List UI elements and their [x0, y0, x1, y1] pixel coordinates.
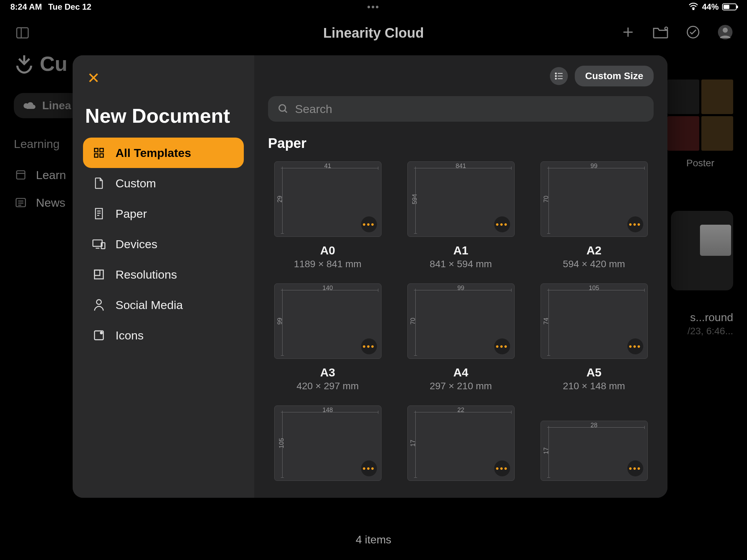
template-name: A5	[587, 366, 601, 379]
template-grid: 41 29 ••• A0 1189 × 841 mm 841 594 ••• A…	[268, 161, 654, 481]
template-dim: 1189 × 841 mm	[294, 259, 361, 270]
list-view-button[interactable]	[550, 67, 568, 85]
bg-poster-caption: Poster	[667, 158, 733, 169]
battery-icon	[722, 3, 737, 10]
template-row3-3[interactable]: 28 17 •••	[534, 405, 654, 481]
svg-rect-17	[94, 148, 98, 152]
template-name: A0	[320, 244, 335, 257]
template-row3-2[interactable]: 22 17 •••	[401, 405, 520, 481]
bg-cloud-pill[interactable]: Linea	[14, 93, 81, 118]
multitask-dots-icon[interactable]: •••	[367, 2, 380, 12]
category-label: All Templates	[116, 146, 191, 160]
svg-point-33	[555, 73, 556, 74]
checkmark-circle-icon[interactable]	[686, 25, 700, 40]
search-input[interactable]	[295, 102, 644, 116]
template-dim: 841 × 594 mm	[430, 259, 492, 270]
news-icon	[14, 196, 28, 209]
svg-rect-18	[100, 148, 103, 152]
template-more-button[interactable]: •••	[494, 460, 510, 476]
category-social-media[interactable]: Social Media	[83, 290, 244, 320]
bg-file-card[interactable]	[671, 211, 733, 290]
bg-nav-learn-label: Learn	[36, 168, 66, 182]
battery-percent: 44%	[702, 2, 719, 12]
template-a1[interactable]: 841 594 ••• A1 841 × 594 mm	[401, 161, 520, 270]
category-label: Social Media	[116, 298, 183, 312]
bg-poster-thumb[interactable]	[701, 116, 733, 151]
svg-rect-20	[100, 154, 103, 157]
page-title: Linearity Cloud	[323, 25, 424, 41]
category-label: Custom	[116, 177, 156, 190]
bg-poster-thumb[interactable]	[701, 80, 733, 114]
bg-poster-thumb[interactable]	[667, 116, 699, 151]
thumb-dim-w: 22	[457, 407, 464, 414]
template-more-button[interactable]: •••	[627, 338, 643, 354]
thumb-dim-w: 99	[457, 284, 464, 292]
file-icon	[92, 176, 106, 190]
svg-rect-1	[17, 28, 28, 38]
category-devices[interactable]: Devices	[83, 229, 244, 259]
wifi-icon	[688, 2, 699, 12]
profile-icon[interactable]	[717, 24, 733, 41]
category-paper[interactable]: Paper	[83, 198, 244, 229]
template-more-button[interactable]: •••	[627, 216, 643, 232]
svg-point-10	[723, 28, 728, 33]
bg-poster-thumb[interactable]	[667, 80, 699, 114]
custom-size-button[interactable]: Custom Size	[575, 66, 654, 86]
category-label: Resolutions	[116, 268, 177, 281]
close-icon[interactable]: ✕	[87, 69, 244, 87]
thumb-dim-w: 148	[322, 407, 333, 414]
book-icon	[14, 168, 28, 182]
template-a4[interactable]: 99 70 ••• A4 297 × 210 mm	[401, 283, 520, 392]
bg-app-name: Cu	[40, 52, 67, 76]
thumb-dim-h: 105	[278, 438, 285, 448]
template-dim: 420 × 297 mm	[297, 381, 359, 392]
bg-file-date: /23, 6:46...	[667, 326, 733, 337]
paper-icon	[92, 207, 106, 221]
template-dim: 297 × 210 mm	[430, 381, 492, 392]
category-all-templates[interactable]: All Templates	[83, 138, 244, 168]
modal-title: New Document	[83, 104, 244, 127]
svg-point-32	[100, 332, 102, 334]
template-dim: 210 × 148 mm	[563, 381, 625, 392]
svg-point-35	[555, 75, 556, 76]
items-count: 4 items	[356, 533, 391, 546]
template-more-button[interactable]: •••	[494, 216, 510, 232]
template-name: A4	[453, 366, 468, 379]
sidebar-toggle-icon[interactable]	[14, 24, 31, 41]
template-a5[interactable]: 105 74 ••• A5 210 × 148 mm	[534, 283, 654, 392]
section-paper-header: Paper	[268, 136, 654, 151]
svg-point-37	[555, 78, 556, 79]
template-more-button[interactable]: •••	[361, 216, 377, 232]
template-a3[interactable]: 140 99 ••• A3 420 × 297 mm	[268, 283, 387, 392]
template-dim: 594 × 420 mm	[563, 259, 625, 270]
template-more-button[interactable]: •••	[627, 460, 643, 476]
template-more-button[interactable]: •••	[361, 338, 377, 354]
category-resolutions[interactable]: Resolutions	[83, 259, 244, 290]
category-custom[interactable]: Custom	[83, 168, 244, 198]
template-name: A2	[587, 244, 601, 257]
search-bar[interactable]	[268, 96, 654, 122]
thumb-dim-w: 140	[322, 284, 333, 292]
search-icon	[278, 103, 289, 114]
bg-nav-news-label: News	[36, 196, 65, 209]
template-more-button[interactable]: •••	[494, 338, 510, 354]
new-folder-icon[interactable]	[652, 25, 669, 40]
person-icon	[92, 298, 106, 312]
thumb-dim-w: 105	[589, 284, 599, 292]
thumb-dim-h: 594	[411, 194, 418, 204]
template-row3-1[interactable]: 148 105 •••	[268, 405, 387, 481]
bg-cloud-label: Linea	[42, 99, 71, 112]
svg-point-30	[96, 300, 101, 305]
template-a2[interactable]: 99 70 ••• A2 594 × 420 mm	[534, 161, 654, 270]
plus-icon[interactable]	[621, 25, 635, 40]
template-more-button[interactable]: •••	[361, 460, 377, 476]
svg-rect-19	[94, 154, 98, 157]
bg-file-name: s...round	[667, 311, 733, 324]
template-a0[interactable]: 41 29 ••• A0 1189 × 841 mm	[268, 161, 387, 270]
status-date: Tue Dec 12	[48, 2, 91, 12]
category-icons[interactable]: Icons	[83, 320, 244, 351]
svg-rect-29	[94, 270, 100, 276]
svg-rect-11	[17, 171, 25, 179]
status-bar: 8:24 AM Tue Dec 12 ••• 44%	[0, 0, 747, 14]
category-label: Paper	[116, 207, 147, 221]
